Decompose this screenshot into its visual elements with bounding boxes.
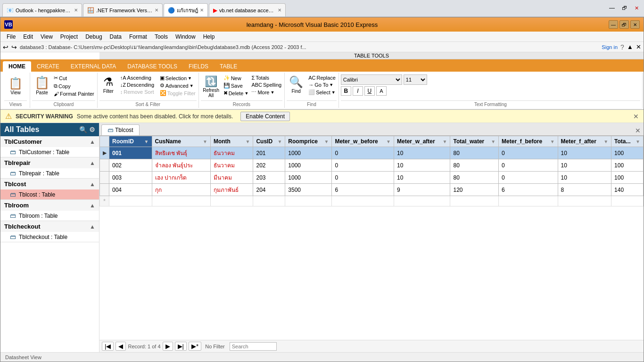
cell-tota-4[interactable]: 140 (611, 184, 644, 196)
refresh-all-button[interactable]: 🔃 RefreshAll (201, 74, 222, 99)
search-input[interactable] (230, 342, 277, 351)
new-row-col-3[interactable] (152, 196, 210, 206)
cell-roomprice-4[interactable]: 3500 (285, 184, 332, 196)
tab-close-4[interactable]: ✕ (278, 8, 281, 13)
minimize-ribbon[interactable]: ▲ (627, 43, 633, 50)
table-group-header-tblcheckout[interactable]: Tblcheckout ▲ (0, 221, 99, 232)
cell-meter-f-after-2[interactable]: 10 (558, 159, 611, 172)
col-header-meter-w-before[interactable]: Meter_w_before ▼ (332, 136, 394, 147)
sidebar-search-icon[interactable]: 🔍 (79, 126, 87, 133)
cell-meter-w-after-4[interactable]: 9 (394, 184, 450, 196)
col-month-sort[interactable]: ▼ (246, 139, 250, 144)
font-color-button[interactable]: A (376, 86, 387, 96)
selection-button[interactable]: ▣ Selection ▼ (159, 74, 197, 82)
cell-cusid-4[interactable]: 204 (253, 184, 285, 196)
new-button[interactable]: ✨ New (223, 74, 250, 82)
col-meter-f-after-sort[interactable]: ▼ (603, 139, 608, 144)
enable-content-button[interactable]: Enable Content (240, 112, 290, 121)
cell-meter-f-after-4[interactable]: 8 (558, 184, 611, 196)
cell-roomid-1[interactable]: 001 (109, 147, 152, 159)
nav-last[interactable]: ▶| (175, 342, 187, 351)
nav-first[interactable]: |◀ (102, 342, 114, 351)
sidebar-item-tblcost-table[interactable]: 🗃 Tblcost : Table (0, 189, 99, 199)
app-minimize[interactable]: — (609, 20, 618, 29)
col-header-roomid[interactable]: RoomID ▼ (109, 136, 152, 147)
font-selector[interactable]: Calibri (341, 74, 402, 85)
more-button[interactable]: ⋯ More ▼ (250, 89, 282, 96)
table-row[interactable]: 004 กุก กุมภาพันธ์ 204 3500 6 9 120 6 8 … (100, 184, 644, 196)
menu-file[interactable]: File (3, 33, 19, 41)
table-row[interactable]: ▶ 001 สิทธิเดช พันธุ์ ธันวาคม 201 1000 0… (100, 147, 644, 159)
col-header-meter-w-after[interactable]: Meter_w_after ▼ (394, 136, 450, 147)
close-pane[interactable]: ✕ (636, 43, 641, 50)
replace-button[interactable]: AC Replace (307, 74, 337, 81)
cell-meter-f-before-2[interactable]: 0 (499, 159, 558, 172)
tab-table[interactable]: TABLE (214, 61, 243, 72)
remove-sort-button[interactable]: ↕ Remove Sort (119, 89, 157, 95)
paste-button[interactable]: 📋 Paste (32, 74, 52, 96)
new-row-col-12[interactable] (611, 196, 644, 206)
col-header-total-water[interactable]: Total_water ▼ (450, 136, 499, 147)
cell-roomprice-2[interactable]: 1000 (285, 159, 332, 172)
table-group-header-tblroom[interactable]: Tblroom ▲ (0, 200, 99, 211)
tab-fields[interactable]: FIELDS (183, 61, 214, 72)
col-meter-f-before-sort[interactable]: ▼ (550, 139, 555, 144)
cell-meter-w-after-3[interactable]: 10 (394, 172, 450, 184)
cell-total-water-3[interactable]: 80 (450, 172, 499, 184)
browser-minimize[interactable]: — (606, 3, 618, 13)
cell-cusname-1[interactable]: สิทธิเดช พันธุ์ (152, 147, 210, 159)
menu-help[interactable]: Help (199, 33, 219, 41)
browser-maximize[interactable]: 🗗 (619, 3, 630, 13)
table-row[interactable]: 002 จำลอง พันธุ์ประ ธันวาคม 202 1000 0 1… (100, 159, 644, 172)
security-close-button[interactable]: ✕ (633, 113, 639, 120)
sidebar-item-tblrepair-table[interactable]: 🗃 Tblrepair : Table (0, 168, 99, 178)
spelling-button[interactable]: ABC Spelling (250, 82, 282, 88)
col-roomprice-sort[interactable]: ▼ (324, 139, 329, 144)
menu-data[interactable]: Data (106, 33, 125, 41)
cell-tota-1[interactable]: 100 (611, 147, 644, 159)
cell-meter-w-after-2[interactable]: 10 (394, 159, 450, 172)
sidebar-item-tblcheckout-table[interactable]: 🗃 Tblcheckout : Table (0, 232, 99, 242)
col-header-meter-f-before[interactable]: Meter_f_before ▼ (499, 136, 558, 147)
nav-new[interactable]: ▶* (189, 342, 201, 351)
cell-cusid-3[interactable]: 203 (253, 172, 285, 184)
menu-debug[interactable]: Debug (82, 33, 106, 41)
italic-button[interactable]: I (353, 86, 363, 96)
help-icon[interactable]: ? (620, 43, 624, 51)
find-button[interactable]: 🔍 Find (287, 74, 305, 95)
cell-roomprice-1[interactable]: 1000 (285, 147, 332, 159)
tab-home[interactable]: HOME (3, 61, 31, 72)
new-row-col-6[interactable] (285, 196, 332, 206)
cell-cusid-1[interactable]: 201 (253, 147, 285, 159)
browser-tab-2[interactable]: 🪟 .NET Framework Version(... ✕ (83, 3, 163, 16)
cell-total-water-4[interactable]: 120 (450, 184, 499, 196)
cell-meter-f-before-4[interactable]: 6 (499, 184, 558, 196)
col-header-tota[interactable]: Tota... ▼ (611, 136, 644, 147)
goto-button[interactable]: → Go To ▼ (307, 82, 337, 88)
new-row-col-5[interactable] (253, 196, 285, 206)
tab-create[interactable]: CREATE (31, 61, 65, 72)
format-painter-button[interactable]: 🖌 Format Painter (53, 90, 95, 97)
table-group-header-tblcost[interactable]: Tblcost ▲ (0, 179, 99, 189)
sidebar-item-tblcustomer-table[interactable]: 🗃 TblCustomer : Table (0, 147, 99, 157)
nav-next[interactable]: ▶ (163, 342, 173, 351)
cell-meter-f-before-3[interactable]: 0 (499, 172, 558, 184)
delete-button[interactable]: ✖ Delete ▼ (223, 90, 250, 97)
col-header-cusname[interactable]: CusName ▼ (152, 136, 210, 147)
new-row-col-2[interactable] (109, 196, 152, 206)
cell-tota-3[interactable]: 100 (611, 172, 644, 184)
col-total-water-sort[interactable]: ▼ (491, 139, 495, 144)
tab-close-2[interactable]: ✕ (155, 8, 158, 13)
cell-meter-f-after-1[interactable]: 10 (558, 147, 611, 159)
table-group-header-tblrepair[interactable]: Tblrepair ▲ (0, 157, 99, 168)
menu-tools[interactable]: Tools (151, 33, 172, 41)
cell-meter-w-before-2[interactable]: 0 (332, 159, 394, 172)
col-header-month[interactable]: Month ▼ (210, 136, 253, 147)
undo-btn[interactable]: ↩ (3, 43, 8, 51)
bold-button[interactable]: B (341, 86, 351, 96)
redo-btn[interactable]: ↪ (11, 43, 17, 51)
sidebar-options-icon[interactable]: ⚙ (89, 126, 95, 133)
cell-month-1[interactable]: ธันวาคม (210, 147, 253, 159)
menu-view[interactable]: View (37, 33, 57, 41)
col-meter-w-before-sort[interactable]: ▼ (386, 139, 391, 144)
